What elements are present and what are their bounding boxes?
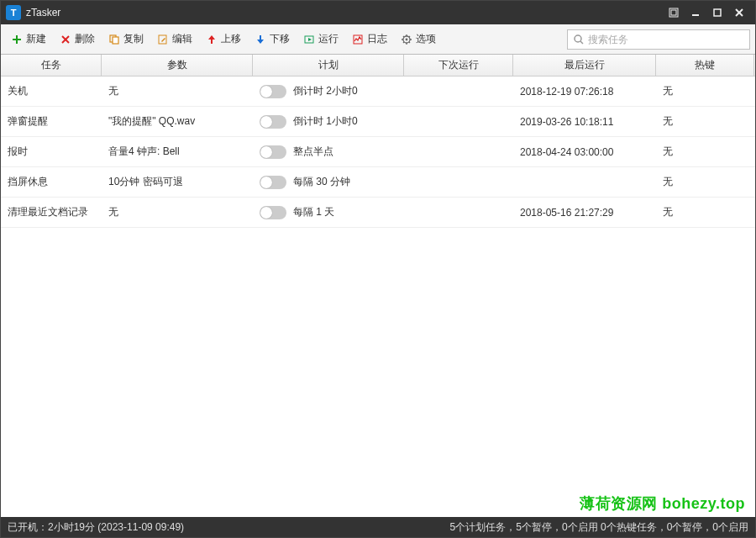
minimize-icon[interactable] bbox=[685, 4, 706, 21]
edit-button[interactable]: 编辑 bbox=[152, 29, 197, 49]
cell-param: 10分钟 密码可退 bbox=[102, 175, 253, 189]
svg-rect-12 bbox=[159, 35, 166, 44]
move-down-button[interactable]: 下移 bbox=[249, 29, 295, 49]
move-up-button[interactable]: 上移 bbox=[201, 29, 246, 49]
copy-icon bbox=[108, 34, 120, 45]
x-icon bbox=[60, 34, 71, 45]
watermark-text: 薄荷资源网 bohezy.top bbox=[580, 493, 745, 514]
pencil-icon bbox=[157, 34, 169, 45]
cell-hotkey: 无 bbox=[656, 175, 754, 189]
cell-hotkey: 无 bbox=[656, 84, 754, 98]
toggle-switch[interactable] bbox=[260, 85, 286, 98]
svg-marker-14 bbox=[308, 38, 312, 41]
restore-window-icon[interactable] bbox=[663, 4, 685, 21]
cell-plan: 倒计时 2小时0 bbox=[293, 84, 358, 98]
delete-label: 删除 bbox=[75, 32, 95, 46]
cell-plan: 每隔 30 分钟 bbox=[293, 175, 350, 189]
status-uptime: 已开机：2小时19分 (2023-11-09 09:49) bbox=[8, 520, 184, 535]
copy-label: 复制 bbox=[123, 32, 144, 46]
move-down-label: 下移 bbox=[270, 32, 290, 46]
col-next[interactable]: 下次运行 bbox=[404, 55, 513, 76]
svg-line-23 bbox=[409, 41, 410, 42]
cell-task: 弹窗提醒 bbox=[1, 114, 102, 129]
search-input[interactable] bbox=[588, 34, 744, 45]
cell-task: 挡屏休息 bbox=[1, 175, 102, 189]
log-label: 日志 bbox=[367, 32, 387, 46]
close-icon[interactable] bbox=[728, 4, 750, 21]
col-param[interactable]: 参数 bbox=[102, 55, 253, 76]
gear-icon bbox=[401, 34, 412, 45]
app-title: zTasker bbox=[26, 7, 60, 18]
cell-param: 无 bbox=[102, 205, 253, 219]
table-row[interactable]: 弹窗提醒 "我的提醒" QQ.wav 倒计时 1小时0 2019-03-26 1… bbox=[1, 107, 755, 137]
log-icon bbox=[352, 34, 364, 45]
svg-line-22 bbox=[403, 36, 404, 37]
col-plan[interactable]: 计划 bbox=[253, 55, 404, 76]
new-label: 新建 bbox=[26, 32, 46, 46]
cell-task: 报时 bbox=[1, 145, 102, 159]
copy-button[interactable]: 复制 bbox=[103, 29, 149, 49]
svg-point-26 bbox=[575, 35, 581, 42]
run-button[interactable]: 运行 bbox=[298, 29, 344, 49]
cell-last: 2018-05-16 21:27:29 bbox=[513, 207, 656, 219]
arrow-down-icon bbox=[255, 34, 266, 45]
svg-rect-3 bbox=[714, 9, 721, 16]
cell-hotkey: 无 bbox=[656, 145, 754, 159]
statusbar: 已开机：2小时19分 (2023-11-09 09:49) 5个计划任务，5个暂… bbox=[1, 517, 755, 537]
table-row[interactable]: 报时 音量4 钟声: Bell 整点半点 2018-04-24 03:00:00… bbox=[1, 137, 755, 167]
edit-label: 编辑 bbox=[172, 32, 192, 46]
cell-hotkey: 无 bbox=[656, 114, 754, 129]
svg-point-17 bbox=[406, 38, 408, 40]
play-icon bbox=[303, 34, 315, 45]
toggle-switch[interactable] bbox=[260, 115, 286, 129]
new-button[interactable]: 新建 bbox=[6, 29, 51, 49]
cell-task: 清理最近文档记录 bbox=[1, 205, 102, 219]
arrow-up-icon bbox=[206, 34, 218, 45]
move-up-label: 上移 bbox=[221, 32, 241, 46]
cell-param: "我的提醒" QQ.wav bbox=[102, 114, 253, 129]
maximize-icon[interactable] bbox=[706, 4, 728, 21]
options-button[interactable]: 选项 bbox=[396, 29, 441, 49]
table-row[interactable]: 清理最近文档记录 无 每隔 1 天 2018-05-16 21:27:29 无 bbox=[1, 198, 755, 228]
svg-rect-1 bbox=[671, 10, 676, 15]
svg-line-25 bbox=[403, 41, 404, 42]
cell-param: 无 bbox=[102, 84, 253, 98]
col-task[interactable]: 任务 bbox=[1, 55, 102, 76]
svg-line-24 bbox=[409, 36, 410, 37]
cell-last: 2018-04-24 03:00:00 bbox=[513, 146, 656, 158]
toggle-switch[interactable] bbox=[260, 206, 286, 219]
search-wrap[interactable] bbox=[567, 29, 750, 50]
search-icon bbox=[573, 34, 585, 45]
table-row[interactable]: 关机 无 倒计时 2小时0 2018-12-19 07:26:18 无 bbox=[1, 76, 755, 107]
cell-plan: 倒计时 1小时0 bbox=[293, 114, 358, 129]
cell-last: 2018-12-19 07:26:18 bbox=[513, 86, 656, 98]
svg-rect-11 bbox=[113, 37, 118, 44]
status-summary: 5个计划任务，5个暂停，0个启用 0个热键任务，0个暂停，0个启用 bbox=[450, 520, 748, 535]
table-row[interactable]: 挡屏休息 10分钟 密码可退 每隔 30 分钟 无 bbox=[1, 167, 755, 198]
cell-param: 音量4 钟声: Bell bbox=[102, 145, 253, 159]
app-icon: T bbox=[6, 5, 21, 20]
delete-button[interactable]: 删除 bbox=[55, 29, 100, 49]
run-label: 运行 bbox=[318, 32, 339, 46]
titlebar: T zTasker bbox=[1, 1, 755, 24]
toggle-switch[interactable] bbox=[260, 145, 286, 159]
col-hotkey[interactable]: 热键 bbox=[656, 55, 754, 76]
plus-icon bbox=[11, 34, 23, 45]
column-headers: 任务 参数 计划 下次运行 最后运行 热键 bbox=[1, 55, 755, 76]
cell-plan: 每隔 1 天 bbox=[293, 205, 334, 219]
col-last[interactable]: 最后运行 bbox=[513, 55, 656, 76]
task-list: 关机 无 倒计时 2小时0 2018-12-19 07:26:18 无 弹窗提醒… bbox=[1, 76, 755, 517]
cell-last: 2019-03-26 10:18:11 bbox=[513, 116, 656, 128]
svg-line-27 bbox=[580, 41, 583, 44]
cell-task: 关机 bbox=[1, 84, 102, 98]
toggle-switch[interactable] bbox=[260, 176, 286, 189]
options-label: 选项 bbox=[416, 32, 436, 46]
toolbar: 新建 删除 复制 编辑 上移 下移 运行 日志 选项 bbox=[1, 24, 755, 55]
cell-hotkey: 无 bbox=[656, 205, 754, 219]
cell-plan: 整点半点 bbox=[293, 145, 333, 159]
log-button[interactable]: 日志 bbox=[347, 29, 392, 49]
